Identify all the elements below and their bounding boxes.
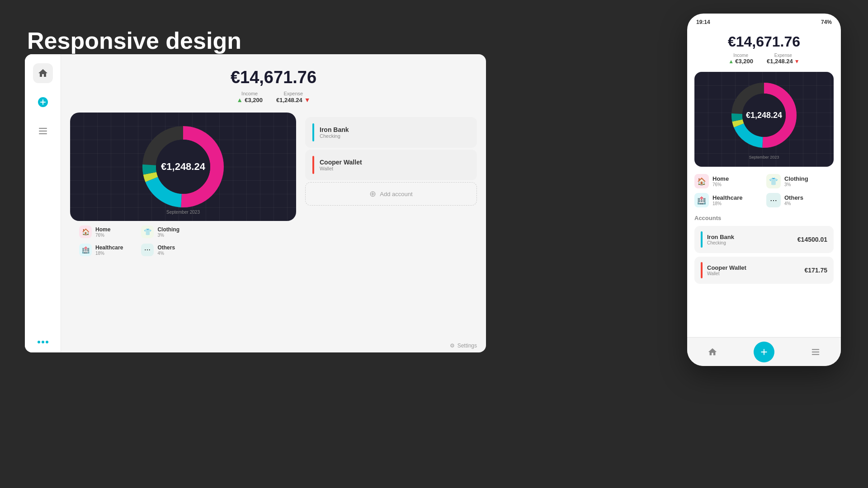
cat-col-right: 👕 Clothing 3% ⋯ Others 4% bbox=[141, 225, 179, 256]
mobile-others-icon: ⋯ bbox=[766, 193, 781, 207]
add-account-plus-icon: ⊕ bbox=[369, 189, 376, 199]
others-cat-icon: ⋯ bbox=[141, 244, 154, 256]
cat-others-name: Others bbox=[157, 244, 175, 251]
ironbank-type: Checking bbox=[320, 133, 470, 139]
mobile-income-item: Income ▲ €3,200 bbox=[728, 53, 753, 65]
mobile-nav-home-button[interactable] bbox=[703, 342, 722, 362]
cooperwallet-name: Cooper Wallet bbox=[320, 159, 470, 166]
cat-col-left: 🏠 Home 76% 🏥 Healthcare 18% bbox=[79, 225, 123, 256]
mobile-status-bar: 19:14 74% bbox=[687, 14, 841, 29]
page-title: Responsive design bbox=[27, 27, 241, 54]
ironbank-name: Iron Bank bbox=[320, 126, 470, 133]
mobile-donut-label: €1,248.24 bbox=[746, 111, 782, 120]
mobile-others-info: Others 4% bbox=[784, 194, 803, 206]
mobile-battery: 74% bbox=[821, 19, 832, 25]
desktop-main: €14,671.76 Income ▲ €3,200 Expense €1,24… bbox=[61, 54, 486, 352]
mobile-income-arrow-icon: ▲ bbox=[728, 58, 734, 65]
settings-label: Settings bbox=[458, 343, 477, 349]
svg-rect-17 bbox=[811, 352, 819, 352]
dot2 bbox=[42, 341, 44, 343]
sidebar-menu-button[interactable] bbox=[33, 121, 53, 141]
mobile-cat-home: 🏠 Home 76% bbox=[694, 174, 762, 188]
desktop-total-amount: €14,671.76 bbox=[231, 68, 316, 87]
sidebar-bottom bbox=[38, 341, 48, 343]
mobile-account-ironbank[interactable]: Iron Bank Checking €14500.01 bbox=[694, 226, 834, 253]
cat-healthcare-info: Healthcare 18% bbox=[95, 244, 123, 256]
mobile-healthcare-info: Healthcare 18% bbox=[712, 194, 742, 206]
mobile-account-cooperwallet[interactable]: Cooper Wallet Wallet €171.75 bbox=[694, 257, 834, 284]
mobile-total-amount: €14,671.76 bbox=[694, 33, 834, 50]
mobile-chart-section: €1,248.24 September 2023 bbox=[694, 72, 834, 167]
mobile-healthcare-name: Healthcare bbox=[712, 194, 742, 201]
mobile-menu-nav-icon bbox=[811, 347, 821, 357]
mobile-home-icon: 🏠 bbox=[694, 174, 709, 188]
account-cooperwallet[interactable]: Cooper Wallet Wallet bbox=[305, 150, 477, 180]
svg-rect-16 bbox=[811, 349, 819, 350]
income-value: €3,200 bbox=[245, 97, 263, 103]
cat-clothing-info: Clothing 3% bbox=[157, 226, 179, 238]
mobile-home-pct: 76% bbox=[712, 182, 729, 187]
svg-rect-2 bbox=[39, 131, 47, 131]
desktop-sidebar bbox=[25, 54, 61, 352]
settings-gear-icon: ⚙ bbox=[450, 343, 455, 349]
mobile-header: €14,671.76 Income ▲ €3,200 Expense €1,24… bbox=[694, 29, 834, 72]
mobile-main: €14,671.76 Income ▲ €3,200 Expense €1,24… bbox=[687, 29, 841, 337]
cat-home: 🏠 Home 76% bbox=[79, 225, 123, 238]
desktop-categories: 🏠 Home 76% 🏥 Healthcare 18% bbox=[70, 221, 296, 265]
mobile-expense-label: Expense bbox=[774, 53, 792, 58]
cooperwallet-info: Cooper Wallet Wallet bbox=[320, 159, 470, 171]
ironbank-info: Iron Bank Checking bbox=[320, 126, 470, 139]
svg-rect-1 bbox=[39, 128, 47, 129]
mobile-ironbank-name: Iron Bank bbox=[707, 234, 793, 240]
cat-clothing-name: Clothing bbox=[157, 226, 179, 233]
cat-healthcare-pct: 18% bbox=[95, 251, 123, 256]
cooperwallet-indicator bbox=[312, 156, 314, 174]
mobile-cat-healthcare: 🏥 Healthcare 18% bbox=[694, 193, 762, 207]
add-account-label: Add account bbox=[380, 191, 412, 197]
mobile-ironbank-info: Iron Bank Checking bbox=[707, 234, 793, 245]
svg-rect-3 bbox=[39, 133, 47, 134]
expense-label: Expense bbox=[283, 91, 303, 96]
mobile-healthcare-pct: 18% bbox=[712, 201, 742, 206]
mobile-ironbank-indicator bbox=[701, 231, 703, 248]
expense-arrow-icon: ▼ bbox=[304, 96, 311, 103]
mobile-nav-add-button[interactable] bbox=[754, 342, 774, 362]
cat-healthcare-name: Healthcare bbox=[95, 244, 123, 251]
settings-row[interactable]: ⚙ Settings bbox=[305, 339, 477, 352]
cat-clothing: 👕 Clothing 3% bbox=[141, 225, 179, 238]
desktop-header: €14,671.76 Income ▲ €3,200 Expense €1,24… bbox=[61, 54, 486, 113]
income-arrow-icon: ▲ bbox=[236, 96, 243, 103]
mobile-time: 19:14 bbox=[696, 19, 710, 25]
spacer bbox=[305, 207, 477, 337]
cat-home-name: Home bbox=[95, 226, 110, 233]
ironbank-indicator bbox=[312, 123, 314, 141]
cat-healthcare: 🏥 Healthcare 18% bbox=[79, 244, 123, 256]
mobile-expense-value: €1,248.24 bbox=[767, 58, 793, 65]
mobile-nav-menu-button[interactable] bbox=[806, 342, 826, 362]
expense-item: Expense €1,248.24 ▼ bbox=[276, 91, 311, 103]
desktop-donut-label: €1,248.24 bbox=[161, 161, 205, 173]
sidebar-home-button[interactable] bbox=[33, 63, 53, 83]
mobile-cooperwallet-type: Wallet bbox=[707, 271, 800, 276]
desktop-chart-date: September 2023 bbox=[166, 210, 200, 215]
mobile-home-info: Home 76% bbox=[712, 175, 729, 187]
expense-value: €1,248.24 bbox=[276, 97, 302, 103]
mobile-ie-row: Income ▲ €3,200 Expense €1,248.24 ▼ bbox=[694, 53, 834, 65]
sidebar-add-button[interactable] bbox=[33, 92, 53, 112]
cat-home-info: Home 76% bbox=[95, 226, 110, 238]
mobile-home-name: Home bbox=[712, 175, 729, 182]
add-account-button[interactable]: ⊕ Add account bbox=[305, 182, 477, 206]
mobile-cooperwallet-name: Cooper Wallet bbox=[707, 264, 800, 271]
sidebar-dots bbox=[38, 341, 48, 343]
mobile-income-value: €3,200 bbox=[735, 58, 753, 65]
cooperwallet-type: Wallet bbox=[320, 166, 470, 171]
mobile-clothing-name: Clothing bbox=[784, 175, 808, 182]
healthcare-cat-icon: 🏥 bbox=[79, 244, 92, 256]
account-ironbank[interactable]: Iron Bank Checking bbox=[305, 117, 477, 148]
mobile-accounts-label: Accounts bbox=[694, 215, 834, 221]
mobile-frame: 19:14 74% €14,671.76 Income ▲ €3,200 Exp… bbox=[687, 14, 841, 366]
cat-clothing-pct: 3% bbox=[157, 233, 179, 238]
mobile-others-name: Others bbox=[784, 194, 803, 201]
income-item: Income ▲ €3,200 bbox=[236, 91, 263, 103]
mobile-clothing-icon: 👕 bbox=[766, 174, 781, 188]
